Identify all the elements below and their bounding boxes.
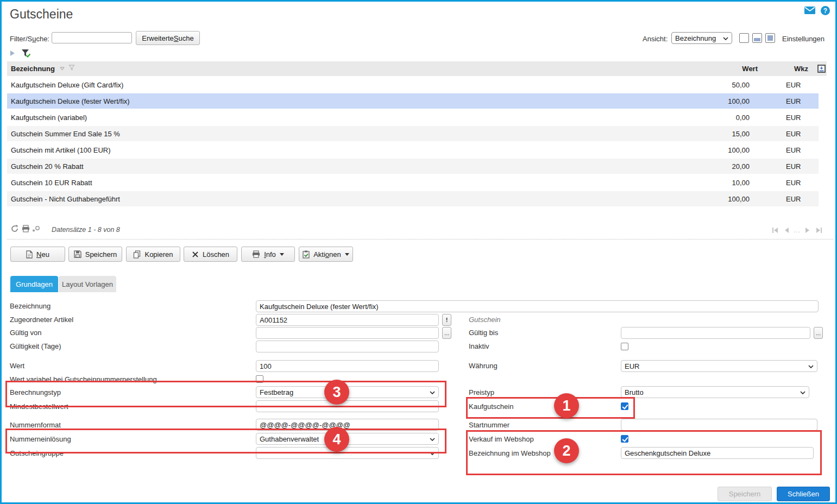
wert-input[interactable] xyxy=(256,360,439,372)
row-wert: 0,00 xyxy=(690,114,750,122)
new-button[interactable]: Neu xyxy=(10,247,65,262)
field-label-verkauf-im-webshop: Verkauf im Webshop xyxy=(469,435,534,443)
field-label-wert: Wert xyxy=(10,362,24,370)
delete-button[interactable]: Löschen xyxy=(184,247,237,262)
footer-close-button[interactable]: Schließen xyxy=(777,487,830,501)
print-icon[interactable] xyxy=(22,225,30,232)
bezeichnung-input[interactable] xyxy=(256,300,819,312)
select-value: Festbetrag xyxy=(260,388,293,396)
table-row[interactable]: Gutschein 10 EUR Rabatt 10,00 EUR xyxy=(7,174,819,190)
annotation-step-4: 4 xyxy=(324,427,349,452)
field-label-inaktiv: Inaktiv xyxy=(469,342,489,350)
kaufgutschein-checkbox[interactable] xyxy=(621,402,628,410)
table-row[interactable]: Kaufgutschein Deluxe (Gift Card/fix) 50,… xyxy=(7,76,819,92)
column-header-wert[interactable]: Wert xyxy=(698,65,758,73)
view-mode-detail-icon[interactable] xyxy=(765,33,775,43)
refresh-icon[interactable] xyxy=(11,225,18,232)
sort-indicator-icon[interactable] xyxy=(60,67,65,71)
gueltig-bis-input[interactable] xyxy=(621,327,810,339)
view-select[interactable]: Bezeichnung xyxy=(671,32,732,44)
select-value: EUR xyxy=(625,362,639,370)
save-button[interactable]: Speichern xyxy=(68,247,122,262)
chevron-down-icon xyxy=(808,365,814,368)
process-icon[interactable] xyxy=(32,225,40,232)
annotation-step-2: 2 xyxy=(554,438,579,463)
text-part: S xyxy=(174,34,179,42)
help-icon[interactable]: ? xyxy=(821,6,830,15)
info-button[interactable]: Info xyxy=(241,247,295,262)
gueltig-von-input[interactable] xyxy=(256,327,439,339)
zugeordneter-artikel-input[interactable] xyxy=(256,314,439,326)
filter-search-label: Filter/Suche: xyxy=(10,35,49,43)
table-row[interactable]: Kaufgutschein (variabel) 0,00 EUR xyxy=(7,109,819,125)
select-value: Brutto xyxy=(625,388,644,396)
gueltigkeit-tage-input[interactable] xyxy=(256,341,439,352)
icon-part xyxy=(774,228,778,233)
select-value: Guthabenverwaltet xyxy=(260,435,319,443)
mail-icon[interactable] xyxy=(804,7,815,14)
group-label-gutschein: Gutschein xyxy=(469,316,501,324)
annotation-step-1: 1 xyxy=(554,393,579,418)
inaktiv-checkbox[interactable] xyxy=(621,343,628,350)
nummernformat-input[interactable] xyxy=(256,419,439,431)
table-row[interactable]: Gutschein 20 % Rabatt 20,00 EUR xyxy=(7,158,819,174)
wert-variabel-checkbox[interactable] xyxy=(256,375,263,383)
button-label: Neu xyxy=(36,250,49,259)
settings-link[interactable]: Einstellungen xyxy=(782,35,825,43)
tab-grundlagen[interactable]: Grundlagen xyxy=(10,276,58,292)
gueltig-von-picker-button[interactable]: ... xyxy=(442,327,451,339)
row-wkz: EUR xyxy=(786,81,819,89)
tab-layout-vorlagen[interactable]: Layout Vorlagen xyxy=(59,276,116,292)
column-chooser-icon[interactable] xyxy=(817,65,826,73)
mindestbestellwert-input[interactable] xyxy=(256,400,439,412)
text-part: eu xyxy=(41,250,49,259)
preistyp-select[interactable]: Brutto xyxy=(621,386,809,398)
gueltig-bis-picker-button[interactable]: ... xyxy=(814,327,823,339)
row-wkz: EUR xyxy=(786,195,819,203)
first-page-button[interactable] xyxy=(772,228,778,233)
column-filter-icon[interactable] xyxy=(68,65,75,71)
gutscheingruppe-select[interactable] xyxy=(256,447,439,459)
previous-page-button[interactable] xyxy=(785,228,789,233)
icon-fill xyxy=(754,38,760,41)
clipboard-check-icon xyxy=(303,250,310,259)
table-header-row: Bezeichnung Wert Wkz xyxy=(7,61,827,76)
article-warning-button[interactable]: ! xyxy=(442,314,451,326)
dropdown-caret-icon xyxy=(280,253,284,256)
expand-arrow-icon[interactable] xyxy=(10,51,15,56)
table-row[interactable]: Gutschein - Nicht Guthabengeführt 100,00… xyxy=(7,190,819,206)
row-bezeichnung: Kaufgutschein Deluxe (fester Wert/fix) xyxy=(7,97,690,105)
text-part: Erweiterte xyxy=(142,34,174,42)
chevron-down-icon xyxy=(800,391,805,394)
actions-button[interactable]: Aktionen xyxy=(299,247,353,262)
next-page-button[interactable] xyxy=(805,228,809,233)
chevron-down-icon xyxy=(430,452,435,455)
verkauf-im-webshop-checkbox[interactable] xyxy=(621,435,628,443)
view-select-value: Bezeichnung xyxy=(675,34,716,42)
table-row[interactable]: Kaufgutschein Deluxe (fester Wert/fix) 1… xyxy=(7,92,819,109)
startnummer-input[interactable] xyxy=(621,419,817,431)
column-header-bezeichnung[interactable]: Bezeichnung xyxy=(7,65,698,73)
bezeichnung-im-webshop-input[interactable] xyxy=(621,447,814,459)
row-wkz: EUR xyxy=(786,114,819,122)
waehrung-select[interactable]: EUR xyxy=(621,360,817,372)
copy-button[interactable]: Kopieren xyxy=(126,247,180,262)
chevron-down-icon xyxy=(430,438,435,441)
search-input[interactable] xyxy=(52,32,132,43)
row-wert: 100,00 xyxy=(690,146,750,154)
table-row[interactable]: Gutschein mit Artikel (100 EUR) 100,00 E… xyxy=(7,141,819,158)
field-label-waehrung: Währung xyxy=(469,362,498,370)
field-label-preistyp: Preistyp xyxy=(469,388,494,396)
icon-part xyxy=(805,228,809,233)
advanced-search-button[interactable]: Erweiterte Suche xyxy=(136,31,200,45)
view-mode-split-icon[interactable] xyxy=(752,33,762,43)
last-page-button[interactable] xyxy=(816,228,822,233)
row-bezeichnung: Kaufgutschein Deluxe (Gift Card/fix) xyxy=(7,81,690,89)
icon-fill xyxy=(767,35,773,41)
dropdown-caret-icon xyxy=(345,253,349,256)
row-bezeichnung: Gutschein mit Artikel (100 EUR) xyxy=(7,146,690,154)
filter-applied-icon[interactable] xyxy=(21,49,31,58)
table-row[interactable]: Gutschein Summer End Sale 15 % 15,00 EUR xyxy=(7,125,819,141)
icon-part xyxy=(785,228,789,233)
view-mode-list-icon[interactable] xyxy=(739,33,749,43)
